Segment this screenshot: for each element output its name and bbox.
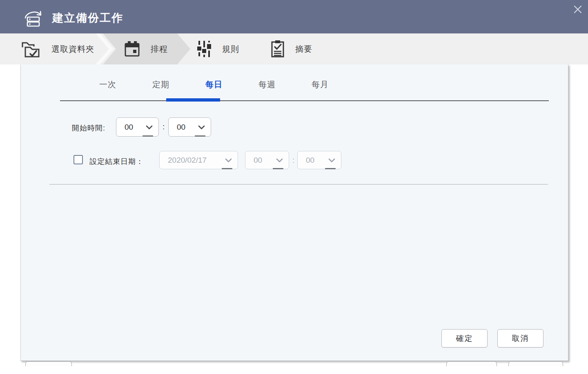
cancel-button[interactable]: 取消 bbox=[497, 329, 543, 347]
chevron-down-icon bbox=[328, 156, 335, 165]
folder-check-icon bbox=[20, 40, 41, 58]
dialog-titlebar: 建立備份工作 bbox=[0, 0, 588, 33]
tab-label: 每月 bbox=[312, 80, 329, 89]
end-date-value: 2020/02/17 bbox=[168, 156, 207, 165]
step-summary[interactable]: 摘要 bbox=[271, 33, 312, 64]
set-end-date-label: 設定結束日期： bbox=[89, 157, 144, 166]
close-icon[interactable] bbox=[572, 4, 583, 15]
tab-weekly[interactable]: 每週 bbox=[241, 79, 294, 97]
end-minute-select[interactable]: 00 bbox=[297, 151, 341, 169]
end-date-select[interactable]: 2020/02/17 bbox=[159, 151, 238, 169]
tab-label: 一次 bbox=[99, 80, 116, 89]
set-end-date-checkbox[interactable] bbox=[74, 155, 83, 164]
step-label: 排程 bbox=[151, 44, 168, 55]
cancel-button-label: 取消 bbox=[512, 333, 529, 344]
tab-label: 每週 bbox=[258, 80, 276, 89]
step-label: 選取資料夾 bbox=[51, 44, 94, 55]
start-minute-value: 00 bbox=[177, 123, 185, 132]
time-colon: : bbox=[163, 122, 165, 131]
backup-job-icon bbox=[22, 7, 44, 27]
background-dialog-button-partial bbox=[25, 361, 72, 366]
tab-once[interactable]: 一次 bbox=[81, 79, 134, 97]
wizard-step-bar: 選取資料夾 排程 bbox=[0, 33, 588, 64]
tab-label: 每日 bbox=[205, 80, 223, 89]
end-hour-select[interactable]: 00 bbox=[245, 151, 289, 169]
section-divider bbox=[49, 184, 548, 185]
schedule-panel: 一次 定期 每日 每週 每月 開始時間: 00 : 00 設定結束日期： 202… bbox=[20, 64, 568, 361]
chevron-down-icon bbox=[225, 156, 232, 165]
tab-daily[interactable]: 每日 bbox=[187, 79, 241, 97]
end-time-colon: : bbox=[292, 156, 294, 165]
sliders-icon bbox=[197, 40, 212, 58]
end-hour-value: 00 bbox=[254, 156, 262, 165]
ok-button-label: 確定 bbox=[456, 333, 473, 344]
background-dialog-button-partial bbox=[446, 361, 497, 366]
background-dialog-button-partial bbox=[508, 361, 563, 366]
ok-button[interactable]: 確定 bbox=[441, 329, 488, 347]
start-hour-select[interactable]: 00 bbox=[116, 117, 159, 137]
step-select-folder[interactable]: 選取資料夾 bbox=[20, 33, 94, 64]
step-label: 摘要 bbox=[295, 44, 312, 55]
clipboard-check-icon bbox=[271, 40, 285, 58]
chevron-down-icon bbox=[276, 156, 283, 165]
chevron-down-icon bbox=[198, 123, 205, 132]
step-schedule[interactable]: 排程 bbox=[124, 33, 168, 64]
chevron-down-icon bbox=[146, 123, 153, 132]
tab-label: 定期 bbox=[152, 80, 169, 89]
calendar-icon bbox=[124, 40, 140, 58]
tab-active-indicator bbox=[166, 98, 220, 102]
start-minute-select[interactable]: 00 bbox=[168, 117, 211, 137]
tab-baseline bbox=[60, 100, 549, 101]
end-minute-value: 00 bbox=[306, 156, 314, 165]
tab-periodic[interactable]: 定期 bbox=[134, 79, 187, 97]
dialog-title: 建立備份工作 bbox=[52, 11, 123, 25]
step-label: 規則 bbox=[222, 44, 239, 55]
start-hour-value: 00 bbox=[125, 123, 133, 132]
step-rules[interactable]: 規則 bbox=[197, 33, 239, 64]
start-time-label: 開始時間: bbox=[72, 123, 105, 133]
tab-monthly[interactable]: 每月 bbox=[294, 79, 347, 97]
